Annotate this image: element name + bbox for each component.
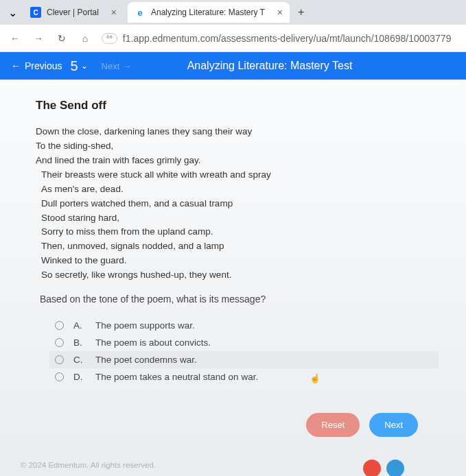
poem-line: Dull porters watched them, and a casual … <box>36 197 439 211</box>
option-letter: B. <box>73 337 86 348</box>
poem-line: So secretly, like wrongs hushed-up, they… <box>36 268 439 283</box>
browser-tabs-bar: ⌄ C Clever | Portal × e Analyzing Litera… <box>0 0 466 25</box>
radio-icon <box>55 372 64 381</box>
tab-edmentum[interactable]: e Analyzing Literature: Mastery T × <box>128 2 290 23</box>
social-icons <box>363 460 404 476</box>
poem-line: Their breasts were stuck all white with … <box>36 168 439 182</box>
option-b[interactable]: B. The poem is about convicts. <box>49 334 439 351</box>
tab-clever[interactable]: C Clever | Portal × <box>23 2 124 23</box>
next-button[interactable]: Next <box>369 413 418 437</box>
option-letter: C. <box>73 355 86 365</box>
forward-button[interactable]: → <box>32 32 45 45</box>
tab-title: Clever | Portal <box>47 8 99 17</box>
poem-line: To the siding-shed, <box>36 139 439 154</box>
address-bar[interactable]: °° f1.app.edmentum.com/assessments-deliv… <box>102 33 458 44</box>
action-buttons: Reset Next <box>36 413 418 437</box>
question-area: The Send off Down the close, darkening l… <box>0 80 466 476</box>
option-text: The poem is about convicts. <box>95 337 211 348</box>
new-tab-button[interactable]: + <box>294 6 308 19</box>
site-info-icon[interactable]: °° <box>102 33 117 44</box>
tab-list-button[interactable]: ⌄ <box>5 6 19 19</box>
close-icon[interactable]: × <box>277 7 283 18</box>
option-d[interactable]: D. The poem takes a neutral stand on war… <box>49 368 439 385</box>
edmentum-favicon: e <box>135 7 145 18</box>
tab-title: Analyzing Literature: Mastery T <box>151 8 265 17</box>
answer-options: A. The poem supports war. B. The poem is… <box>49 317 439 385</box>
page-content: Previous 5 ⌄ Next → Analyzing Literature… <box>0 52 466 476</box>
radio-icon <box>55 338 64 347</box>
radio-icon <box>55 355 64 364</box>
option-text: The poem supports war. <box>95 320 195 331</box>
social-icon-2[interactable] <box>386 460 404 476</box>
question-text: Based on the tone of the poem, what is i… <box>40 294 439 305</box>
poem-line: As men's are, dead. <box>36 182 439 197</box>
copyright-footer: © 2024 Edmentum. All rights reserved. <box>21 461 156 469</box>
assessment-header: Previous 5 ⌄ Next → Analyzing Literature… <box>0 52 466 80</box>
poem-line: Then, unmoved, signals nodded, and a lam… <box>36 239 439 254</box>
question-number: 5 <box>70 58 78 74</box>
reset-button[interactable]: Reset <box>306 413 360 437</box>
option-letter: D. <box>73 372 86 382</box>
browser-toolbar: ← → ↻ ⌂ °° f1.app.edmentum.com/assessmen… <box>0 25 466 52</box>
option-text: The poet condemns war. <box>95 355 197 365</box>
previous-button[interactable]: Previous <box>11 60 62 71</box>
clever-favicon: C <box>30 7 41 18</box>
poem-line: Sorry to miss them from the upland camp. <box>36 225 439 239</box>
option-c[interactable]: C. The poet condemns war. <box>49 351 439 368</box>
close-icon[interactable]: × <box>111 7 117 18</box>
social-icon-1[interactable] <box>363 460 381 476</box>
home-button[interactable]: ⌂ <box>78 32 92 45</box>
assessment-title: Analyzing Literature: Mastery Test <box>84 60 455 72</box>
option-a[interactable]: A. The poem supports war. <box>49 317 439 334</box>
poem-line: Stood staring hard, <box>36 211 439 226</box>
url-text: f1.app.edmentum.com/assessments-delivery… <box>123 33 452 44</box>
radio-icon <box>55 321 64 330</box>
option-letter: A. <box>73 320 86 331</box>
passage-title: The Send off <box>36 99 439 112</box>
poem-line: Down the close, darkening lanes they san… <box>36 125 439 139</box>
back-button[interactable]: ← <box>8 32 22 45</box>
poem-line: And lined the train with faces grimly ga… <box>36 154 439 168</box>
reload-button[interactable]: ↻ <box>55 32 69 45</box>
option-text: The poem takes a neutral stand on war. <box>95 372 258 382</box>
poem-line: Winked to the guard. <box>36 254 439 268</box>
